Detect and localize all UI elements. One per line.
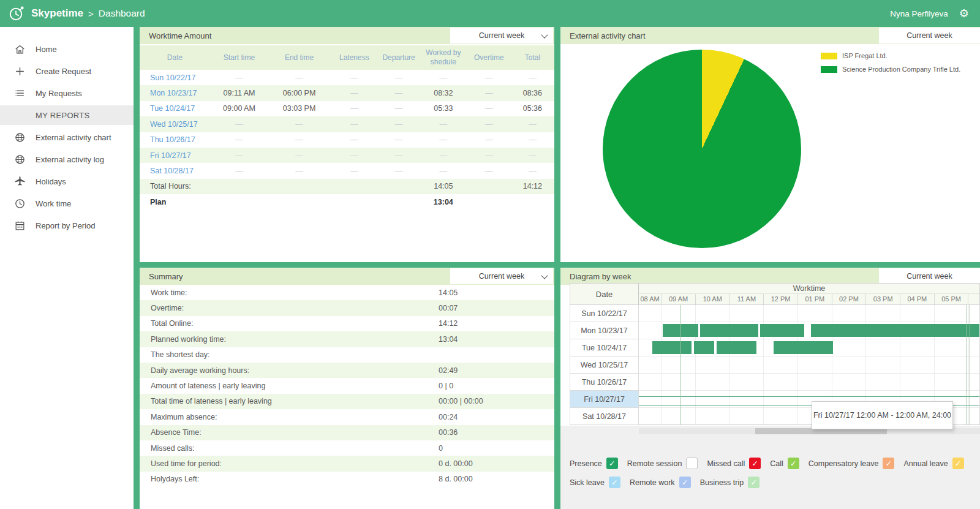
worktime-date-link[interactable]: Fri 10/27/17	[140, 151, 210, 160]
diagram-date-sun-10-22-17[interactable]: Sun 10/22/17	[570, 305, 639, 322]
diagram-date-thu-10-26-17[interactable]: Thu 10/26/17	[570, 374, 639, 391]
checked-checkbox[interactable]: ✓	[679, 477, 691, 488]
presence-bar[interactable]	[717, 341, 756, 354]
worktime-cell: —	[268, 167, 331, 175]
presence-bar[interactable]	[652, 341, 692, 354]
user-name[interactable]: Nyna Perfilyeva	[890, 9, 948, 18]
sidebar-item-label: Holidays	[36, 177, 66, 186]
sidebar-item-home[interactable]: Home	[0, 38, 134, 60]
sidebar-item-external-activity-log[interactable]: External activity log	[0, 148, 134, 170]
legend-checkbox-label: Sick leave	[570, 478, 605, 487]
checked-checkbox[interactable]: ✓	[606, 458, 618, 469]
presence-bar[interactable]	[774, 341, 833, 354]
legend-checkbox-remote-work[interactable]: Remote work✓	[630, 477, 691, 488]
legend-label: Science Production Company Trifle Ltd.	[842, 66, 960, 73]
worktime-column-header: Departure	[378, 53, 420, 62]
summary-label: Amount of lateness | early leaving	[140, 382, 439, 390]
checked-checkbox[interactable]: ✓	[609, 477, 620, 488]
worktime-cell: —	[330, 104, 378, 113]
diagram-legend-row-1: Presence✓Remote sessionMissed call✓Call✓…	[570, 458, 977, 469]
checked-checkbox[interactable]: ✓	[952, 458, 964, 469]
diagram-date-mon-10-23-17[interactable]: Mon 10/23/17	[570, 322, 639, 339]
diagram-period-dropdown[interactable]: Current week	[879, 268, 980, 284]
app-header: Skypetime > Dashboard Nyna Perfilyeva ⚙	[0, 0, 980, 27]
sidebar-section-my-reports[interactable]: MY REPORTS	[0, 105, 134, 125]
worktime-cell: —	[511, 120, 554, 129]
pie-period-dropdown[interactable]: Current week	[879, 28, 980, 43]
summary-value: 00:00 | 00:00	[439, 397, 483, 405]
legend-checkbox-compensatory-leave[interactable]: Compensatory leave✓	[809, 458, 895, 469]
worktime-date-link[interactable]: Sat 10/28/17	[140, 167, 210, 175]
worktime-date-link[interactable]: Thu 10/26/17	[140, 135, 210, 144]
activity-pie-chart[interactable]	[603, 50, 801, 248]
app-title[interactable]: Skypetime	[31, 7, 83, 20]
summary-label: Maximum absence:	[140, 413, 439, 421]
sidebar-item-my-requests[interactable]: My Requests	[0, 82, 134, 104]
worktime-cell: —	[420, 167, 467, 175]
summary-label: Planned working time:	[140, 335, 439, 344]
presence-bar[interactable]	[663, 324, 698, 337]
checked-checkbox[interactable]: ✓	[749, 458, 761, 469]
summary-row: Total Online:14:12	[140, 316, 554, 331]
legend-checkbox-label: Business trip	[700, 478, 744, 487]
diagram-legend-row-2: Sick leave✓Remote work✓Business trip✓	[570, 477, 977, 488]
legend-checkbox-missed-call[interactable]: Missed call✓	[707, 458, 761, 469]
diagram-period-value: Current week	[907, 272, 952, 281]
settings-gear-icon[interactable]: ⚙	[959, 8, 969, 19]
worktime-date-link[interactable]: Mon 10/23/17	[140, 89, 210, 97]
grid-vline	[661, 305, 662, 424]
worktime-date-link[interactable]: Wed 10/25/17	[140, 120, 210, 129]
grid-vline	[695, 305, 696, 424]
legend-checkbox-remote-session[interactable]: Remote session	[627, 458, 698, 469]
legend-checkbox-call[interactable]: Call✓	[770, 458, 799, 469]
presence-bar[interactable]	[694, 341, 714, 354]
legend-checkbox-label: Remote work	[630, 478, 675, 487]
worktime-cell: —	[268, 135, 331, 144]
worktime-date-link[interactable]: Tue 10/24/17	[140, 104, 210, 113]
plus-icon	[14, 66, 26, 77]
worktime-cell: —	[210, 135, 268, 144]
worktime-cell: 14:12	[511, 182, 554, 190]
diagram-date-fri-10-27-17[interactable]: Fri 10/27/17	[570, 391, 639, 408]
presence-bar[interactable]	[811, 324, 980, 337]
sidebar-item-create-request[interactable]: Create Request	[0, 60, 134, 82]
checked-checkbox[interactable]: ✓	[883, 458, 894, 469]
worktime-cell: —	[467, 104, 511, 113]
worktime-cell: —	[268, 120, 331, 129]
sidebar-item-work-time[interactable]: Work time	[0, 192, 134, 214]
worktime-date-link[interactable]: Sun 10/22/17	[140, 74, 210, 82]
legend-checkbox-sick-leave[interactable]: Sick leave✓	[570, 477, 620, 488]
diagram-date-sat-10-28-17[interactable]: Sat 10/28/17	[570, 408, 639, 425]
chevron-down-icon	[541, 31, 548, 38]
legend-checkbox-presence[interactable]: Presence✓	[570, 458, 618, 469]
time-marker-line	[970, 305, 970, 424]
sidebar-item-report-by-period[interactable]: Report by Period	[0, 214, 134, 236]
worktime-cell: 09:11 AM	[210, 89, 268, 97]
summary-period-dropdown[interactable]: Current week	[450, 268, 553, 284]
worktime-cell: 05:33	[420, 104, 467, 113]
diagram-date-wed-10-25-17[interactable]: Wed 10/25/17	[570, 356, 639, 374]
sidebar-item-external-activity-chart[interactable]: External activity chart	[0, 126, 134, 148]
unchecked-checkbox[interactable]	[686, 458, 698, 469]
legend-swatch	[821, 66, 837, 73]
summary-label: Total time of lateness | early leaving	[140, 397, 439, 405]
presence-bar[interactable]	[700, 324, 758, 337]
pie-panel-header: External activity chart Current week	[560, 27, 980, 44]
worktime-cell: 06:00 PM	[268, 89, 331, 97]
summary-value: 00:24	[439, 413, 458, 421]
worktime-row-sat-10-28-17: Sat 10/28/17———————	[140, 163, 554, 178]
summary-value: 00:07	[439, 304, 458, 312]
legend-checkbox-annual-leave[interactable]: Annual leave✓	[903, 458, 963, 469]
checked-checkbox[interactable]: ✓	[788, 458, 799, 469]
legend-checkbox-business-trip[interactable]: Business trip✓	[700, 477, 760, 488]
time-marker-line	[967, 305, 967, 424]
checked-checkbox[interactable]: ✓	[748, 477, 760, 488]
summary-panel: Summary Current week Work time:14:05Over…	[140, 268, 554, 509]
worktime-period-dropdown[interactable]: Current week	[450, 28, 553, 43]
sidebar-item-holidays[interactable]: Holidays	[0, 170, 134, 192]
worktime-panel-title: Worktime Amount	[149, 31, 211, 40]
worktime-cell: —	[378, 74, 420, 82]
diagram-date-tue-10-24-17[interactable]: Tue 10/24/17	[570, 339, 639, 356]
worktime-cell: —	[511, 135, 554, 144]
presence-bar[interactable]	[760, 324, 804, 337]
